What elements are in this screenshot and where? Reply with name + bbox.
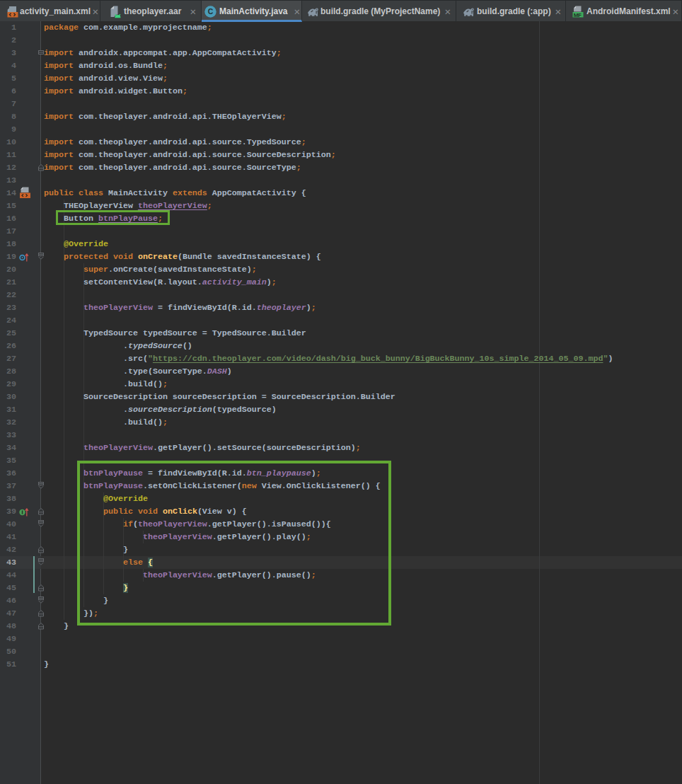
- svg-text:MF: MF: [574, 12, 582, 18]
- svg-text:C: C: [208, 7, 214, 16]
